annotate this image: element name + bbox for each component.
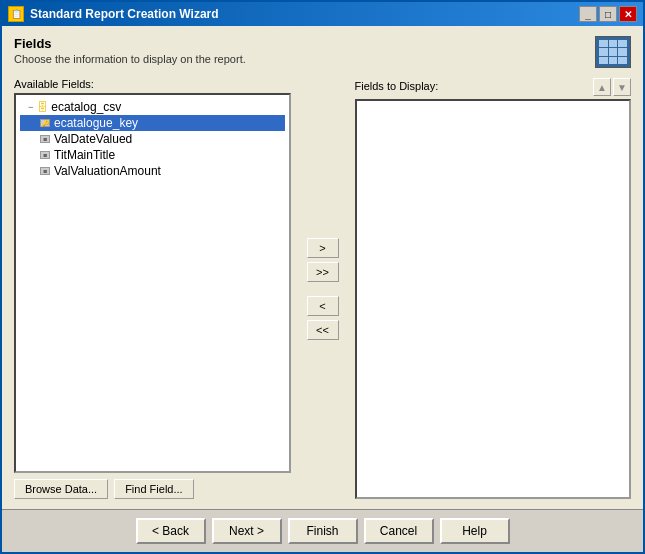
help-button[interactable]: Help — [440, 518, 510, 544]
display-fields-panel: Fields to Display: ▲ ▼ — [355, 78, 632, 499]
finish-button[interactable]: Finish — [288, 518, 358, 544]
icon-cell — [618, 57, 627, 64]
content-area: Fields Choose the information to display… — [2, 26, 643, 509]
report-icon — [595, 36, 631, 68]
display-arrows: ▲ ▼ — [593, 78, 631, 96]
cancel-button[interactable]: Cancel — [364, 518, 434, 544]
tree-root-label: ecatalog_csv — [51, 100, 121, 114]
key-icon: 🔑 — [40, 119, 50, 127]
collapse-icon: − — [28, 102, 33, 112]
title-bar: 📋 Standard Report Creation Wizard _ □ ✕ — [2, 2, 643, 26]
field-icon: ≡ — [40, 151, 50, 159]
add-all-button[interactable]: >> — [307, 262, 339, 282]
icon-cell — [609, 57, 618, 64]
tree-item-titmaintitle[interactable]: ≡ TitMainTitle — [20, 147, 285, 163]
tree-item-label: ValValuationAmount — [54, 164, 161, 178]
available-fields-tree[interactable]: − 🗄 ecatalog_csv 🔑 ecatalogue_key ≡ ValD… — [14, 93, 291, 473]
tree-item-valvaluationamount[interactable]: ≡ ValValuationAmount — [20, 163, 285, 179]
icon-cell — [599, 48, 608, 55]
icon-cell — [618, 40, 627, 47]
minimize-button[interactable]: _ — [579, 6, 597, 22]
close-button[interactable]: ✕ — [619, 6, 637, 22]
tree-item-valdatevalued[interactable]: ≡ ValDateValued — [20, 131, 285, 147]
tree-root[interactable]: − 🗄 ecatalog_csv — [20, 99, 285, 115]
add-one-button[interactable]: > — [307, 238, 339, 258]
tree-item-ecatalogue-key[interactable]: 🔑 ecatalogue_key — [20, 115, 285, 131]
remove-all-button[interactable]: << — [307, 320, 339, 340]
display-fields-box[interactable] — [355, 99, 632, 499]
next-button[interactable]: Next > — [212, 518, 282, 544]
display-fields-label: Fields to Display: — [355, 80, 439, 92]
field-icon: ≡ — [40, 167, 50, 175]
field-icon: ≡ — [40, 135, 50, 143]
header-left: Fields Choose the information to display… — [14, 36, 246, 65]
find-field-button[interactable]: Find Field... — [114, 479, 193, 499]
tree-item-label: TitMainTitle — [54, 148, 115, 162]
title-bar-left: 📋 Standard Report Creation Wizard — [8, 6, 219, 22]
header-section: Fields Choose the information to display… — [14, 36, 631, 68]
browse-data-button[interactable]: Browse Data... — [14, 479, 108, 499]
window-icon: 📋 — [8, 6, 24, 22]
tree-item-label: ValDateValued — [54, 132, 132, 146]
tree-item-label: ecatalogue_key — [54, 116, 138, 130]
section-title: Fields — [14, 36, 246, 51]
icon-cell — [599, 40, 608, 47]
remove-one-button[interactable]: < — [307, 296, 339, 316]
window-title: Standard Report Creation Wizard — [30, 7, 219, 21]
icon-cell — [609, 48, 618, 55]
footer: < Back Next > Finish Cancel Help — [2, 509, 643, 552]
move-down-button[interactable]: ▼ — [613, 78, 631, 96]
move-up-button[interactable]: ▲ — [593, 78, 611, 96]
maximize-button[interactable]: □ — [599, 6, 617, 22]
back-button[interactable]: < Back — [136, 518, 206, 544]
main-panel: Available Fields: − 🗄 ecatalog_csv 🔑 eca… — [14, 78, 631, 499]
display-header: Fields to Display: ▲ ▼ — [355, 78, 632, 96]
available-fields-label: Available Fields: — [14, 78, 291, 90]
transfer-panel: > >> < << — [301, 78, 345, 499]
available-fields-panel: Available Fields: − 🗄 ecatalog_csv 🔑 eca… — [14, 78, 291, 499]
icon-cell — [599, 57, 608, 64]
title-controls: _ □ ✕ — [579, 6, 637, 22]
icon-cell — [609, 40, 618, 47]
main-window: 📋 Standard Report Creation Wizard _ □ ✕ … — [0, 0, 645, 554]
section-description: Choose the information to display on the… — [14, 53, 246, 65]
icon-cell — [618, 48, 627, 55]
database-icon: 🗄 — [37, 101, 48, 113]
bottom-buttons: Browse Data... Find Field... — [14, 479, 291, 499]
